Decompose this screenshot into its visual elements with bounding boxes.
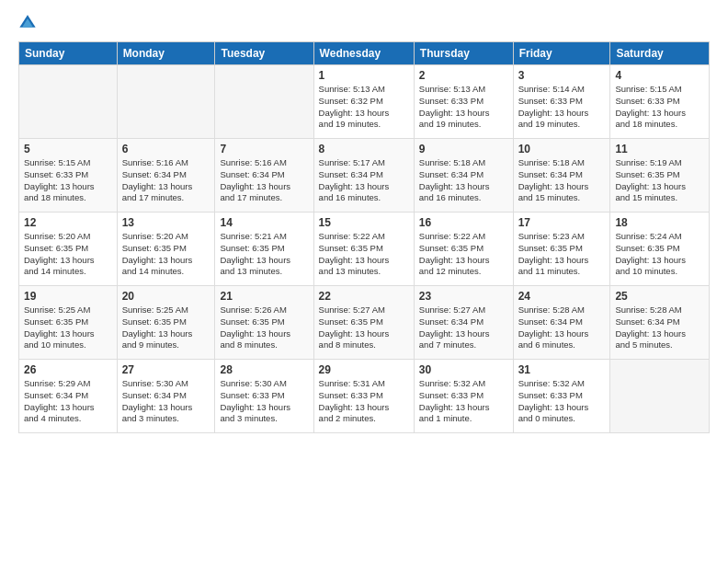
day-info: Sunrise: 5:13 AMSunset: 6:33 PMDaylight:… <box>419 84 508 131</box>
day-cell: 14Sunrise: 5:21 AMSunset: 6:35 PMDayligh… <box>215 213 313 286</box>
day-number: 21 <box>220 290 308 303</box>
day-number: 20 <box>122 290 210 303</box>
logo <box>18 14 40 32</box>
day-cell: 10Sunrise: 5:18 AMSunset: 6:34 PMDayligh… <box>513 139 610 213</box>
day-cell: 30Sunrise: 5:32 AMSunset: 6:33 PMDayligh… <box>414 360 513 433</box>
day-number: 19 <box>24 290 112 303</box>
day-cell <box>215 65 313 139</box>
day-cell: 16Sunrise: 5:22 AMSunset: 6:35 PMDayligh… <box>414 213 513 286</box>
day-cell: 5Sunrise: 5:15 AMSunset: 6:33 PMDaylight… <box>19 139 118 213</box>
day-info: Sunrise: 5:25 AMSunset: 6:35 PMDaylight:… <box>122 304 210 351</box>
day-cell: 20Sunrise: 5:25 AMSunset: 6:35 PMDayligh… <box>117 286 215 360</box>
day-info: Sunrise: 5:16 AMSunset: 6:34 PMDaylight:… <box>220 157 308 204</box>
day-number: 1 <box>319 69 409 82</box>
header <box>18 14 710 32</box>
day-cell <box>117 65 215 139</box>
day-info: Sunrise: 5:27 AMSunset: 6:35 PMDaylight:… <box>319 304 409 351</box>
day-info: Sunrise: 5:18 AMSunset: 6:34 PMDaylight:… <box>518 157 606 204</box>
day-info: Sunrise: 5:18 AMSunset: 6:34 PMDaylight:… <box>419 157 508 204</box>
day-number: 31 <box>518 363 606 376</box>
weekday-header-wednesday: Wednesday <box>313 42 414 65</box>
day-info: Sunrise: 5:25 AMSunset: 6:35 PMDaylight:… <box>24 304 112 351</box>
day-cell: 25Sunrise: 5:28 AMSunset: 6:34 PMDayligh… <box>610 286 710 360</box>
day-info: Sunrise: 5:20 AMSunset: 6:35 PMDaylight:… <box>24 231 112 278</box>
day-cell: 27Sunrise: 5:30 AMSunset: 6:34 PMDayligh… <box>117 360 215 433</box>
day-info: Sunrise: 5:29 AMSunset: 6:34 PMDaylight:… <box>24 378 112 425</box>
day-number: 29 <box>319 363 409 376</box>
day-info: Sunrise: 5:24 AMSunset: 6:35 PMDaylight:… <box>615 231 704 278</box>
day-cell: 13Sunrise: 5:20 AMSunset: 6:35 PMDayligh… <box>117 213 215 286</box>
day-number: 7 <box>220 143 308 155</box>
day-cell: 2Sunrise: 5:13 AMSunset: 6:33 PMDaylight… <box>414 65 513 139</box>
day-cell: 15Sunrise: 5:22 AMSunset: 6:35 PMDayligh… <box>313 213 414 286</box>
day-info: Sunrise: 5:13 AMSunset: 6:32 PMDaylight:… <box>319 84 409 131</box>
day-info: Sunrise: 5:26 AMSunset: 6:35 PMDaylight:… <box>220 304 308 351</box>
day-cell <box>19 65 118 139</box>
day-info: Sunrise: 5:16 AMSunset: 6:34 PMDaylight:… <box>122 157 210 204</box>
day-cell: 8Sunrise: 5:17 AMSunset: 6:34 PMDaylight… <box>313 139 414 213</box>
day-cell: 9Sunrise: 5:18 AMSunset: 6:34 PMDaylight… <box>414 139 513 213</box>
day-info: Sunrise: 5:28 AMSunset: 6:34 PMDaylight:… <box>518 304 606 351</box>
day-number: 25 <box>615 290 704 303</box>
day-cell: 11Sunrise: 5:19 AMSunset: 6:35 PMDayligh… <box>610 139 710 213</box>
day-number: 24 <box>518 290 606 303</box>
day-number: 4 <box>615 69 704 82</box>
day-info: Sunrise: 5:22 AMSunset: 6:35 PMDaylight:… <box>319 231 409 278</box>
day-number: 18 <box>615 216 704 229</box>
day-info: Sunrise: 5:32 AMSunset: 6:33 PMDaylight:… <box>518 378 606 425</box>
day-number: 8 <box>319 143 409 155</box>
day-number: 30 <box>419 363 508 376</box>
day-number: 10 <box>518 143 606 155</box>
day-cell: 6Sunrise: 5:16 AMSunset: 6:34 PMDaylight… <box>117 139 215 213</box>
day-cell: 7Sunrise: 5:16 AMSunset: 6:34 PMDaylight… <box>215 139 313 213</box>
weekday-header-row: SundayMondayTuesdayWednesdayThursdayFrid… <box>19 42 710 65</box>
day-number: 17 <box>518 216 606 229</box>
day-info: Sunrise: 5:27 AMSunset: 6:34 PMDaylight:… <box>419 304 508 351</box>
weekday-header-saturday: Saturday <box>610 42 710 65</box>
week-row-1: 1Sunrise: 5:13 AMSunset: 6:32 PMDaylight… <box>19 65 710 139</box>
day-number: 6 <box>122 143 210 155</box>
calendar: SundayMondayTuesdayWednesdayThursdayFrid… <box>18 41 710 433</box>
day-info: Sunrise: 5:30 AMSunset: 6:33 PMDaylight:… <box>220 378 308 425</box>
day-cell: 26Sunrise: 5:29 AMSunset: 6:34 PMDayligh… <box>19 360 118 433</box>
day-info: Sunrise: 5:32 AMSunset: 6:33 PMDaylight:… <box>419 378 508 425</box>
day-number: 5 <box>24 143 112 155</box>
day-info: Sunrise: 5:14 AMSunset: 6:33 PMDaylight:… <box>518 84 606 131</box>
day-info: Sunrise: 5:23 AMSunset: 6:35 PMDaylight:… <box>518 231 606 278</box>
day-number: 27 <box>122 363 210 376</box>
day-info: Sunrise: 5:15 AMSunset: 6:33 PMDaylight:… <box>615 84 704 131</box>
day-cell <box>610 360 710 433</box>
day-cell: 28Sunrise: 5:30 AMSunset: 6:33 PMDayligh… <box>215 360 313 433</box>
weekday-header-sunday: Sunday <box>19 42 118 65</box>
logo-icon <box>18 14 37 32</box>
day-cell: 29Sunrise: 5:31 AMSunset: 6:33 PMDayligh… <box>313 360 414 433</box>
day-number: 26 <box>24 363 112 376</box>
day-info: Sunrise: 5:17 AMSunset: 6:34 PMDaylight:… <box>319 157 409 204</box>
day-info: Sunrise: 5:28 AMSunset: 6:34 PMDaylight:… <box>615 304 704 351</box>
day-cell: 23Sunrise: 5:27 AMSunset: 6:34 PMDayligh… <box>414 286 513 360</box>
weekday-header-friday: Friday <box>513 42 610 65</box>
day-number: 3 <box>518 69 606 82</box>
day-number: 14 <box>220 216 308 229</box>
week-row-4: 19Sunrise: 5:25 AMSunset: 6:35 PMDayligh… <box>19 286 710 360</box>
weekday-header-tuesday: Tuesday <box>215 42 313 65</box>
day-number: 23 <box>419 290 508 303</box>
day-number: 12 <box>24 216 112 229</box>
day-number: 15 <box>319 216 409 229</box>
weekday-header-thursday: Thursday <box>414 42 513 65</box>
day-info: Sunrise: 5:30 AMSunset: 6:34 PMDaylight:… <box>122 378 210 425</box>
day-info: Sunrise: 5:19 AMSunset: 6:35 PMDaylight:… <box>615 157 704 204</box>
day-info: Sunrise: 5:22 AMSunset: 6:35 PMDaylight:… <box>419 231 508 278</box>
day-cell: 22Sunrise: 5:27 AMSunset: 6:35 PMDayligh… <box>313 286 414 360</box>
day-info: Sunrise: 5:20 AMSunset: 6:35 PMDaylight:… <box>122 231 210 278</box>
day-cell: 19Sunrise: 5:25 AMSunset: 6:35 PMDayligh… <box>19 286 118 360</box>
day-cell: 24Sunrise: 5:28 AMSunset: 6:34 PMDayligh… <box>513 286 610 360</box>
week-row-2: 5Sunrise: 5:15 AMSunset: 6:33 PMDaylight… <box>19 139 710 213</box>
day-cell: 21Sunrise: 5:26 AMSunset: 6:35 PMDayligh… <box>215 286 313 360</box>
day-cell: 1Sunrise: 5:13 AMSunset: 6:32 PMDaylight… <box>313 65 414 139</box>
day-number: 22 <box>319 290 409 303</box>
day-cell: 31Sunrise: 5:32 AMSunset: 6:33 PMDayligh… <box>513 360 610 433</box>
day-info: Sunrise: 5:21 AMSunset: 6:35 PMDaylight:… <box>220 231 308 278</box>
week-row-5: 26Sunrise: 5:29 AMSunset: 6:34 PMDayligh… <box>19 360 710 433</box>
day-number: 2 <box>419 69 508 82</box>
